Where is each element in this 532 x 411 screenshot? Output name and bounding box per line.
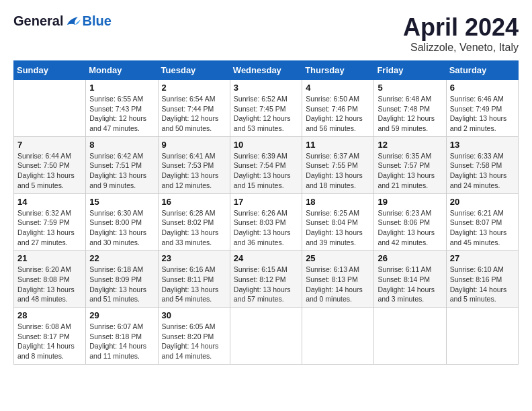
title-section: April 2024 Salizzole, Veneto, Italy <box>403 13 519 54</box>
calendar-cell: 15Sunrise: 6:30 AMSunset: 8:00 PMDayligh… <box>86 193 158 250</box>
calendar-cell: 25Sunrise: 6:13 AMSunset: 8:13 PMDayligh… <box>302 250 374 308</box>
day-info: Sunrise: 6:30 AMSunset: 8:00 PMDaylight:… <box>89 208 154 248</box>
calendar-cell: 27Sunrise: 6:10 AMSunset: 8:16 PMDayligh… <box>446 250 518 308</box>
logo-bird-icon <box>66 15 81 28</box>
page-header: General Blue April 2024 Salizzole, Venet… <box>13 13 519 54</box>
logo-blue-text: Blue <box>82 13 111 29</box>
day-info: Sunrise: 6:46 AMSunset: 7:49 PMDaylight:… <box>450 94 515 134</box>
calendar-cell: 29Sunrise: 6:07 AMSunset: 8:18 PMDayligh… <box>86 308 158 365</box>
calendar-cell <box>302 308 374 365</box>
header-sunday: Sunday <box>14 61 86 80</box>
day-number: 7 <box>17 140 82 150</box>
day-number: 2 <box>162 83 226 93</box>
day-info: Sunrise: 6:50 AMSunset: 7:46 PMDaylight:… <box>306 94 370 134</box>
week-row-2: 7Sunrise: 6:44 AMSunset: 7:50 PMDaylight… <box>14 136 519 193</box>
logo-general-text: General <box>13 13 63 29</box>
day-info: Sunrise: 6:54 AMSunset: 7:44 PMDaylight:… <box>162 94 226 134</box>
day-info: Sunrise: 6:25 AMSunset: 8:04 PMDaylight:… <box>306 208 370 248</box>
day-number: 24 <box>234 253 298 263</box>
calendar-cell <box>446 308 518 365</box>
header-row: SundayMondayTuesdayWednesdayThursdayFrid… <box>14 61 519 80</box>
day-info: Sunrise: 6:23 AMSunset: 8:06 PMDaylight:… <box>378 208 442 248</box>
calendar-cell: 23Sunrise: 6:16 AMSunset: 8:11 PMDayligh… <box>158 250 230 308</box>
day-number: 9 <box>162 140 226 150</box>
day-info: Sunrise: 6:44 AMSunset: 7:50 PMDaylight:… <box>17 151 82 191</box>
day-info: Sunrise: 6:42 AMSunset: 7:51 PMDaylight:… <box>89 151 154 191</box>
month-title: April 2024 <box>403 13 519 42</box>
day-number: 8 <box>89 140 154 150</box>
calendar-cell: 6Sunrise: 6:46 AMSunset: 7:49 PMDaylight… <box>446 80 518 137</box>
calendar-cell: 5Sunrise: 6:48 AMSunset: 7:48 PMDaylight… <box>374 80 446 137</box>
day-info: Sunrise: 6:52 AMSunset: 7:45 PMDaylight:… <box>234 94 298 134</box>
header-monday: Monday <box>86 61 158 80</box>
day-number: 30 <box>162 310 226 320</box>
calendar-cell: 1Sunrise: 6:55 AMSunset: 7:43 PMDaylight… <box>86 80 158 137</box>
day-number: 16 <box>162 197 226 207</box>
day-number: 20 <box>450 197 515 207</box>
day-number: 14 <box>17 197 82 207</box>
day-info: Sunrise: 6:41 AMSunset: 7:53 PMDaylight:… <box>162 151 226 191</box>
day-number: 15 <box>89 197 154 207</box>
calendar-cell: 28Sunrise: 6:08 AMSunset: 8:17 PMDayligh… <box>14 308 86 365</box>
week-row-5: 28Sunrise: 6:08 AMSunset: 8:17 PMDayligh… <box>14 308 519 365</box>
day-number: 27 <box>450 253 515 263</box>
day-number: 19 <box>378 197 442 207</box>
calendar-cell: 3Sunrise: 6:52 AMSunset: 7:45 PMDaylight… <box>230 80 302 137</box>
day-info: Sunrise: 6:10 AMSunset: 8:16 PMDaylight:… <box>450 265 515 304</box>
day-number: 17 <box>234 197 298 207</box>
calendar-cell: 17Sunrise: 6:26 AMSunset: 8:03 PMDayligh… <box>230 193 302 250</box>
header-thursday: Thursday <box>302 61 374 80</box>
calendar-cell: 12Sunrise: 6:35 AMSunset: 7:57 PMDayligh… <box>374 136 446 193</box>
calendar-cell: 9Sunrise: 6:41 AMSunset: 7:53 PMDaylight… <box>158 136 230 193</box>
calendar-cell <box>374 308 446 365</box>
calendar-cell: 30Sunrise: 6:05 AMSunset: 8:20 PMDayligh… <box>158 308 230 365</box>
week-row-3: 14Sunrise: 6:32 AMSunset: 7:59 PMDayligh… <box>14 193 519 250</box>
day-number: 11 <box>306 140 370 150</box>
header-saturday: Saturday <box>446 61 518 80</box>
day-number: 23 <box>162 253 226 263</box>
day-number: 22 <box>89 253 154 263</box>
calendar-cell: 21Sunrise: 6:20 AMSunset: 8:08 PMDayligh… <box>14 250 86 308</box>
header-tuesday: Tuesday <box>158 61 230 80</box>
calendar-cell: 8Sunrise: 6:42 AMSunset: 7:51 PMDaylight… <box>86 136 158 193</box>
week-row-4: 21Sunrise: 6:20 AMSunset: 8:08 PMDayligh… <box>14 250 519 308</box>
day-info: Sunrise: 6:35 AMSunset: 7:57 PMDaylight:… <box>378 151 442 191</box>
calendar-cell: 18Sunrise: 6:25 AMSunset: 8:04 PMDayligh… <box>302 193 374 250</box>
calendar-cell: 16Sunrise: 6:28 AMSunset: 8:02 PMDayligh… <box>158 193 230 250</box>
day-number: 1 <box>89 83 154 93</box>
day-number: 21 <box>17 253 82 263</box>
day-number: 3 <box>234 83 298 93</box>
day-info: Sunrise: 6:37 AMSunset: 7:55 PMDaylight:… <box>306 151 370 191</box>
day-info: Sunrise: 6:20 AMSunset: 8:08 PMDaylight:… <box>17 265 82 304</box>
day-info: Sunrise: 6:15 AMSunset: 8:12 PMDaylight:… <box>234 265 298 304</box>
day-info: Sunrise: 6:32 AMSunset: 7:59 PMDaylight:… <box>17 208 82 248</box>
header-friday: Friday <box>374 61 446 80</box>
day-info: Sunrise: 6:08 AMSunset: 8:17 PMDaylight:… <box>17 322 82 361</box>
calendar-cell: 2Sunrise: 6:54 AMSunset: 7:44 PMDaylight… <box>158 80 230 137</box>
day-info: Sunrise: 6:28 AMSunset: 8:02 PMDaylight:… <box>162 208 226 248</box>
day-number: 4 <box>306 83 370 93</box>
day-number: 6 <box>450 83 515 93</box>
day-info: Sunrise: 6:55 AMSunset: 7:43 PMDaylight:… <box>89 94 154 134</box>
day-info: Sunrise: 6:33 AMSunset: 7:58 PMDaylight:… <box>450 151 515 191</box>
calendar-cell: 4Sunrise: 6:50 AMSunset: 7:46 PMDaylight… <box>302 80 374 137</box>
calendar-cell: 20Sunrise: 6:21 AMSunset: 8:07 PMDayligh… <box>446 193 518 250</box>
day-info: Sunrise: 6:07 AMSunset: 8:18 PMDaylight:… <box>89 322 154 361</box>
calendar-cell: 24Sunrise: 6:15 AMSunset: 8:12 PMDayligh… <box>230 250 302 308</box>
day-info: Sunrise: 6:16 AMSunset: 8:11 PMDaylight:… <box>162 265 226 304</box>
day-number: 5 <box>378 83 442 93</box>
day-info: Sunrise: 6:48 AMSunset: 7:48 PMDaylight:… <box>378 94 442 134</box>
calendar-cell: 19Sunrise: 6:23 AMSunset: 8:06 PMDayligh… <box>374 193 446 250</box>
calendar-cell: 13Sunrise: 6:33 AMSunset: 7:58 PMDayligh… <box>446 136 518 193</box>
calendar-cell <box>14 80 86 137</box>
calendar-cell: 10Sunrise: 6:39 AMSunset: 7:54 PMDayligh… <box>230 136 302 193</box>
header-wednesday: Wednesday <box>230 61 302 80</box>
day-info: Sunrise: 6:11 AMSunset: 8:14 PMDaylight:… <box>378 265 442 304</box>
calendar-cell: 26Sunrise: 6:11 AMSunset: 8:14 PMDayligh… <box>374 250 446 308</box>
day-info: Sunrise: 6:18 AMSunset: 8:09 PMDaylight:… <box>89 265 154 304</box>
day-info: Sunrise: 6:21 AMSunset: 8:07 PMDaylight:… <box>450 208 515 248</box>
day-number: 26 <box>378 253 442 263</box>
calendar-cell: 7Sunrise: 6:44 AMSunset: 7:50 PMDaylight… <box>14 136 86 193</box>
calendar-body: 1Sunrise: 6:55 AMSunset: 7:43 PMDaylight… <box>14 80 519 365</box>
day-info: Sunrise: 6:13 AMSunset: 8:13 PMDaylight:… <box>306 265 370 304</box>
